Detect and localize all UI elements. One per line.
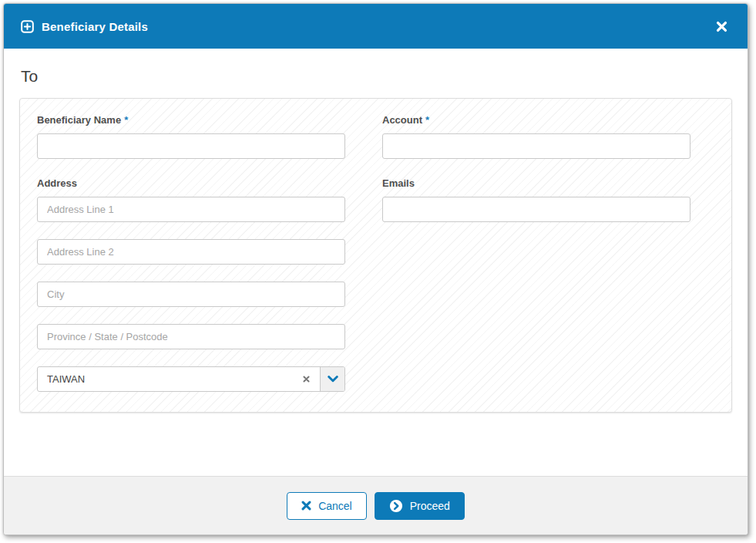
modal-body: To Beneficiary Name* Address TAIWAN bbox=[4, 49, 748, 476]
emails-group: Emails bbox=[382, 177, 690, 222]
beneficiary-name-label: Beneficiary Name* bbox=[37, 114, 345, 126]
account-group: Account* bbox=[382, 114, 690, 159]
beneficiary-form-panel: Beneficiary Name* Address TAIWAN bbox=[19, 98, 732, 413]
account-input[interactable] bbox=[382, 133, 690, 159]
form-left-column: Beneficiary Name* Address TAIWAN bbox=[37, 114, 345, 396]
beneficiary-details-modal: Beneficiary Details To Beneficiary Name*… bbox=[3, 3, 748, 535]
account-label-text: Account bbox=[382, 114, 422, 126]
address-label: Address bbox=[37, 177, 345, 189]
country-select[interactable]: TAIWAN bbox=[37, 366, 345, 392]
close-x-icon bbox=[716, 21, 727, 32]
to-heading: To bbox=[21, 67, 732, 86]
emails-input[interactable] bbox=[382, 197, 690, 222]
form-right-column: Account* Emails bbox=[382, 114, 690, 396]
beneficiary-name-group: Beneficiary Name* bbox=[37, 114, 345, 159]
province-state-postcode-input[interactable] bbox=[37, 324, 345, 349]
plus-square-icon bbox=[21, 20, 34, 33]
x-icon bbox=[301, 501, 311, 511]
country-dropdown-toggle[interactable] bbox=[320, 367, 344, 391]
cancel-button-label: Cancel bbox=[318, 500, 352, 512]
address-line1-input[interactable] bbox=[37, 197, 345, 222]
modal-header: Beneficiary Details bbox=[4, 4, 748, 49]
modal-footer: Cancel Proceed bbox=[4, 476, 748, 535]
modal-title: Beneficiary Details bbox=[42, 20, 148, 33]
account-label: Account* bbox=[382, 114, 690, 126]
modal-header-title-group: Beneficiary Details bbox=[21, 20, 148, 33]
chevron-down-icon bbox=[328, 376, 338, 383]
country-select-value: TAIWAN bbox=[38, 367, 293, 391]
required-marker: * bbox=[425, 114, 429, 126]
address-line2-input[interactable] bbox=[37, 239, 345, 265]
beneficiary-name-label-text: Beneficiary Name bbox=[37, 114, 121, 126]
beneficiary-name-input[interactable] bbox=[37, 133, 345, 159]
close-button[interactable] bbox=[713, 18, 731, 35]
clear-x-icon bbox=[303, 376, 310, 383]
emails-label: Emails bbox=[382, 177, 690, 189]
required-marker: * bbox=[124, 114, 128, 126]
cancel-button[interactable]: Cancel bbox=[287, 492, 367, 520]
proceed-button-label: Proceed bbox=[410, 500, 450, 512]
proceed-button[interactable]: Proceed bbox=[375, 492, 465, 520]
city-input[interactable] bbox=[37, 282, 345, 307]
chevron-right-circle-icon bbox=[389, 499, 403, 513]
address-group: Address TAIWAN bbox=[37, 177, 345, 392]
country-clear-button[interactable] bbox=[293, 367, 320, 391]
